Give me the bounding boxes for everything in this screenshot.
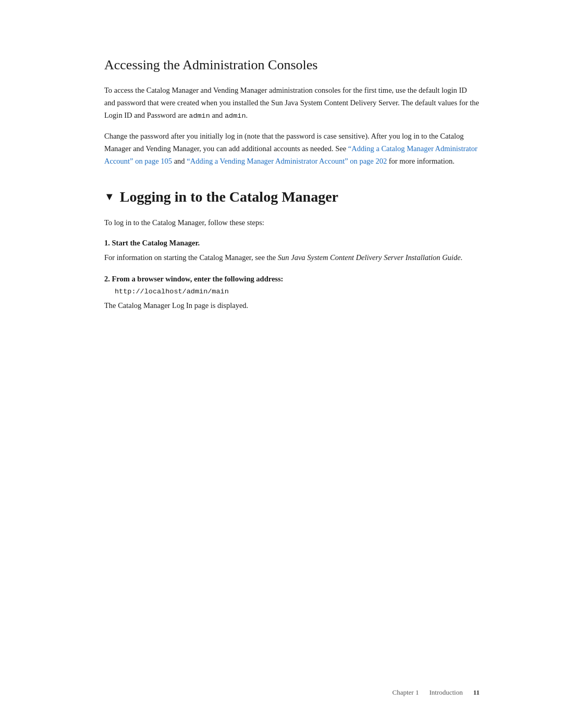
step-1-number: 1. xyxy=(104,239,112,247)
step-2-number: 2. xyxy=(104,275,112,283)
section1-para1: To access the Catalog Manager and Vendin… xyxy=(104,84,480,122)
page: Accessing the Administration Consoles To… xyxy=(0,0,563,728)
section1-para1-end: . xyxy=(246,111,248,119)
step-1-label: 1. Start the Catalog Manager. xyxy=(104,239,480,248)
step-2-after: The Catalog Manager Log In page is displ… xyxy=(104,300,480,312)
section1-para2-end: for more information. xyxy=(387,157,455,165)
triangle-icon: ▼ xyxy=(104,191,115,203)
page-footer: Chapter 1 Introduction 11 xyxy=(393,688,480,697)
section1-admin1: admin xyxy=(189,112,210,120)
footer-page-number: 11 xyxy=(473,688,480,697)
section2-intro: To log in to the Catalog Manager, follow… xyxy=(104,217,480,229)
link-vending-manager-account[interactable]: “Adding a Vending Manager Administrator … xyxy=(187,157,387,165)
step-1: 1. Start the Catalog Manager. For inform… xyxy=(104,239,480,264)
step-1-content-end: . xyxy=(461,253,463,262)
section2-heading-container: ▼ Logging in to the Catalog Manager xyxy=(104,189,480,205)
section1-admin2: admin xyxy=(225,112,246,120)
section1-para2: Change the password after you initially … xyxy=(104,130,480,168)
footer-section: Introduction xyxy=(429,688,462,697)
step-1-content: For information on starting the Catalog … xyxy=(104,252,480,264)
step-2: 2. From a browser window, enter the foll… xyxy=(104,275,480,312)
footer-chapter: Chapter 1 xyxy=(393,688,419,697)
steps-list: 1. Start the Catalog Manager. For inform… xyxy=(104,239,480,312)
step-1-label-text: Start the Catalog Manager. xyxy=(112,239,200,247)
section1-para1-text: To access the Catalog Manager and Vendin… xyxy=(104,86,479,119)
step-1-content-italic: Sun Java System Content Delivery Server … xyxy=(278,253,461,262)
section1-para1-mid: and xyxy=(210,111,225,119)
step-2-label-text: From a browser window, enter the followi… xyxy=(112,275,284,283)
section1-para2-mid: and xyxy=(172,157,187,165)
step-2-label: 2. From a browser window, enter the foll… xyxy=(104,275,480,283)
section2-heading: Logging in to the Catalog Manager xyxy=(120,189,338,205)
step-2-code: http://localhost/admin/main xyxy=(115,288,480,295)
section1-heading: Accessing the Administration Consoles xyxy=(104,57,480,73)
step-1-content-start: For information on starting the Catalog … xyxy=(104,253,278,262)
